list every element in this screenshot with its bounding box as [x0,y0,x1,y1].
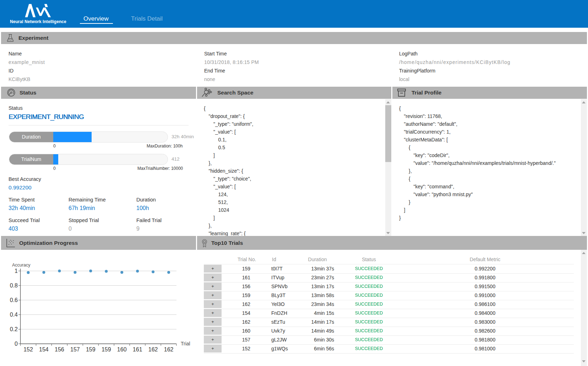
svg-text:157: 157 [70,346,80,352]
svg-text:156: 156 [55,346,64,352]
svg-text:161: 161 [133,346,142,352]
svg-text:154: 154 [39,346,49,352]
svg-text:0.6: 0.6 [10,297,18,303]
svg-text:162: 162 [164,346,174,352]
svg-text:159: 159 [86,346,96,352]
svg-text:0.4: 0.4 [10,312,18,318]
svg-text:159: 159 [102,346,111,352]
svg-text:162: 162 [148,346,158,352]
svg-text:0.8: 0.8 [10,282,18,289]
svg-text:Accuracy: Accuracy [12,263,31,268]
svg-text:0: 0 [15,341,18,347]
svg-text:1: 1 [15,268,18,274]
svg-text:0.2: 0.2 [10,326,18,332]
svg-text:152: 152 [23,346,33,352]
svg-text:160: 160 [117,346,127,352]
svg-text:Trial: Trial [181,341,190,346]
